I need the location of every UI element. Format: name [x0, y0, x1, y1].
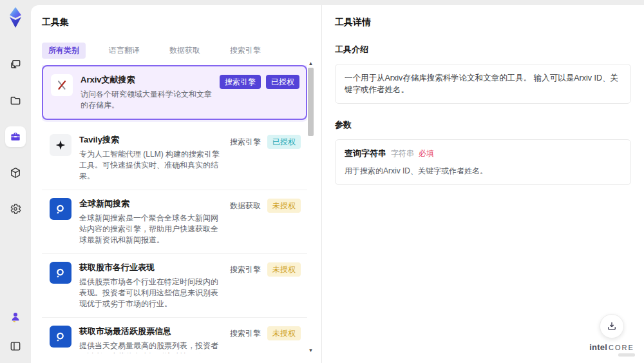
param-name: 查询字符串 [345, 148, 386, 159]
auth-status-badge: 已授权 [266, 75, 299, 89]
download-icon [606, 320, 618, 332]
floating-corner: intel CORE [589, 314, 635, 357]
sidebar-item-tools[interactable] [5, 126, 26, 147]
category-badge: 搜索引擎 [229, 135, 262, 149]
tool-list: Arxiv文献搜索 访问各个研究领域大量科学论文和文章的存储库。 搜索引擎 已授… [42, 65, 307, 353]
param-type: 字符串 [391, 148, 414, 159]
tool-description: 全球新闻搜索是一个聚合全球各大新闻网站内容的搜索引擎，帮助用户快速获取全球最新资… [79, 213, 221, 246]
tool-row-tavily[interactable]: Tavily搜索 专为人工智能代理 (LLM) 构建的搜索引擎工具。可快速提供实… [42, 126, 307, 190]
tool-description: 专为人工智能代理 (LLM) 构建的搜索引擎工具。可快速提供实时、准确和真实的结… [79, 149, 221, 182]
intel-core-logo: intel CORE [589, 342, 634, 352]
param-required-flag: 必填 [419, 148, 434, 159]
tab-all-categories[interactable]: 所有类别 [42, 43, 86, 59]
tab-language-translation[interactable]: 语言翻译 [102, 43, 146, 59]
tool-description: 提供股票市场各个行业在特定时间段内的表现。投资者可以利用这些信息来识别表现优于或… [79, 277, 221, 309]
param-description: 用于搜索的Arxiv ID、关键字或作者姓名。 [345, 166, 621, 177]
sidebar-item-files[interactable] [5, 90, 26, 111]
main-panel: 工具集 所有类别 语言翻译 数据获取 搜索引擎 A [31, 5, 644, 363]
gear-icon [9, 202, 22, 215]
tool-name: Arxiv文献搜索 [80, 74, 212, 86]
category-badge: 搜索引擎 [229, 262, 262, 277]
news-search-icon [50, 198, 71, 220]
tool-detail-pane: 工具详情 工具介绍 一个用于从Arxiv存储库搜索科学论文和文章的工具。 输入可… [322, 5, 644, 363]
user-icon [9, 310, 22, 323]
scroll-down-arrow[interactable]: ▼ [307, 348, 314, 354]
auth-status-badge: 已授权 [267, 135, 301, 149]
stock-sector-icon [50, 262, 71, 284]
toolbox-icon [9, 130, 22, 143]
category-badge: 数据获取 [229, 199, 262, 213]
sparkle-icon [50, 134, 71, 156]
download-button[interactable] [600, 314, 624, 338]
tool-badges: 搜索引擎 未授权 [229, 262, 301, 309]
folder-icon [9, 94, 22, 107]
tool-row-stock-sector[interactable]: 获取股市各行业表现 提供股票市场各个行业在特定时间段内的表现。投资者可以利用这些… [42, 254, 307, 318]
params-heading: 参数 [335, 119, 631, 131]
logo-gem-icon[interactable] [6, 6, 25, 28]
tool-row-global-news[interactable]: 全球新闻搜索 全球新闻搜索是一个聚合全球各大新闻网站内容的搜索引擎，帮助用户快速… [42, 190, 307, 254]
tool-row-arxiv[interactable]: Arxiv文献搜索 访问各个研究领域大量科学论文和文章的存储库。 搜索引擎 已授… [42, 65, 307, 120]
tool-description: 访问各个研究领域大量科学论文和文章的存储库。 [80, 89, 212, 111]
list-scrollbar[interactable]: ▲ ▼ [307, 61, 314, 354]
sidebar [0, 0, 31, 363]
tool-name: 获取市场最活跃股票信息 [79, 326, 221, 337]
brand-sub-mark [618, 353, 635, 357]
tool-list-pane: 工具集 所有类别 语言翻译 数据获取 搜索引擎 A [31, 5, 321, 363]
brand-core-text: CORE [609, 344, 634, 351]
chat-icon [9, 58, 22, 71]
tool-description: 提供当天交易量最高的股票列表，投资者可以利用这些信息来识别流动性强的股票和潜在的… [79, 340, 221, 353]
scroll-up-arrow[interactable]: ▲ [307, 61, 314, 67]
sidebar-nav [5, 54, 26, 219]
arxiv-logo-icon [51, 74, 73, 96]
active-stock-icon [50, 326, 71, 348]
auth-status-badge: 未授权 [267, 262, 301, 277]
sidebar-item-packages[interactable] [5, 162, 26, 183]
tool-badges: 搜索引擎 已授权 [220, 74, 299, 111]
page-title: 工具集 [42, 17, 321, 28]
tool-badges: 搜索引擎 未授权 [229, 326, 301, 353]
tool-info: 全球新闻搜索 全球新闻搜索是一个聚合全球各大新闻网站内容的搜索引擎，帮助用户快速… [79, 198, 221, 246]
tab-search-engine[interactable]: 搜索引擎 [223, 43, 267, 59]
tool-info: 获取市场最活跃股票信息 提供当天交易量最高的股票列表，投资者可以利用这些信息来识… [79, 326, 221, 353]
param-card: 查询字符串 字符串 必填 用于搜索的Arxiv ID、关键字或作者姓名。 [335, 139, 631, 185]
sidebar-item-collapse[interactable] [5, 336, 26, 357]
sidebar-item-settings[interactable] [5, 199, 26, 219]
tool-badges: 搜索引擎 已授权 [229, 134, 301, 182]
scrollbar-thumb[interactable] [308, 68, 314, 136]
tool-name: 获取股市各行业表现 [79, 262, 221, 273]
auth-status-badge: 未授权 [267, 326, 301, 340]
package-icon [9, 166, 22, 179]
app-root: 工具集 所有类别 语言翻译 数据获取 搜索引擎 A [0, 0, 644, 363]
category-badge: 搜索引擎 [229, 326, 262, 340]
category-tabs: 所有类别 语言翻译 数据获取 搜索引擎 [42, 43, 321, 59]
tool-info: Tavily搜索 专为人工智能代理 (LLM) 构建的搜索引擎工具。可快速提供实… [79, 134, 221, 182]
detail-title: 工具详情 [335, 17, 631, 28]
auth-status-badge: 未授权 [267, 199, 301, 213]
sidebar-bottom [5, 306, 26, 357]
sidebar-item-user[interactable] [5, 306, 26, 327]
category-badge: 搜索引擎 [220, 75, 261, 89]
intro-card: 一个用于从Arxiv存储库搜索科学论文和文章的工具。 输入可以是Arxiv ID… [335, 64, 631, 104]
brand-intel-text: intel [589, 342, 607, 352]
tool-row-active-stocks[interactable]: 获取市场最活跃股票信息 提供当天交易量最高的股票列表，投资者可以利用这些信息来识… [42, 318, 307, 353]
tool-name: 全球新闻搜索 [79, 198, 221, 210]
param-header: 查询字符串 字符串 必填 [345, 148, 621, 159]
sidebar-item-chat[interactable] [5, 54, 26, 75]
panel-toggle-icon [9, 340, 22, 353]
intro-text: 一个用于从Arxiv存储库搜索科学论文和文章的工具。 输入可以是Arxiv ID… [345, 72, 621, 95]
tool-info: Arxiv文献搜索 访问各个研究领域大量科学论文和文章的存储库。 [80, 74, 212, 111]
tool-name: Tavily搜索 [79, 134, 221, 146]
tool-badges: 数据获取 未授权 [229, 198, 301, 246]
tool-info: 获取股市各行业表现 提供股票市场各个行业在特定时间段内的表现。投资者可以利用这些… [79, 262, 221, 309]
intro-heading: 工具介绍 [335, 44, 631, 55]
tab-data-acquisition[interactable]: 数据获取 [163, 43, 207, 59]
